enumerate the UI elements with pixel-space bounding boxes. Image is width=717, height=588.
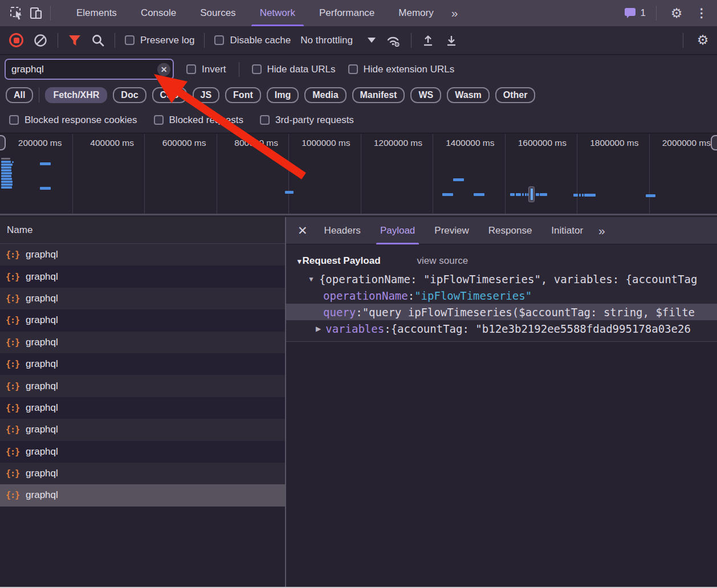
expander-triangle-icon[interactable]: ▶ bbox=[316, 325, 321, 333]
network-overview-timeline[interactable]: 200000 ms400000 ms600000 ms800000 ms1000… bbox=[0, 134, 717, 215]
filter-chip-js[interactable]: JS bbox=[193, 87, 220, 103]
timeline-gridline bbox=[577, 134, 577, 214]
more-panels-icon[interactable]: » bbox=[446, 6, 463, 20]
settings-icon[interactable]: ⚙ bbox=[667, 3, 686, 23]
filter-chip-all[interactable]: All bbox=[6, 87, 33, 103]
xhr-json-icon: {:} bbox=[6, 315, 19, 325]
filter-chip-font[interactable]: Font bbox=[225, 87, 261, 103]
filter-icon[interactable] bbox=[68, 34, 82, 47]
device-toolbar-icon[interactable] bbox=[26, 3, 46, 23]
request-row[interactable]: {:}graphql bbox=[0, 419, 285, 440]
checkbox[interactable] bbox=[125, 35, 135, 45]
devtools-tabbar: ElementsConsoleSourcesNetworkPerformance… bbox=[0, 0, 717, 26]
close-icon[interactable]: ✕ bbox=[293, 224, 315, 238]
checkbox[interactable] bbox=[348, 64, 358, 74]
throttling-dropdown[interactable]: No throttling bbox=[300, 35, 376, 46]
filter-chip-ws[interactable]: WS bbox=[410, 87, 441, 103]
tab-network[interactable]: Network bbox=[248, 0, 307, 26]
timeline-gridline bbox=[433, 134, 433, 214]
checkbox[interactable] bbox=[154, 115, 164, 125]
filter-chip-manifest[interactable]: Manifest bbox=[352, 87, 405, 103]
waterfall-bar bbox=[442, 193, 453, 196]
filter-chip-media[interactable]: Media bbox=[304, 87, 346, 103]
payload-line[interactable]: operationName: "ipFlowTimeseries" bbox=[286, 287, 717, 304]
payload-line[interactable]: ▶variables: {accountTag: "b12e3b2192ee55… bbox=[286, 320, 717, 337]
request-row[interactable]: {:}graphql bbox=[0, 441, 285, 463]
console-messages-button[interactable]: 1 bbox=[624, 7, 646, 19]
detail-tab-response[interactable]: Response bbox=[479, 217, 542, 244]
filter-chip-fetch-xhr[interactable]: Fetch/XHR bbox=[45, 87, 107, 103]
tab-memory[interactable]: Memory bbox=[386, 0, 445, 26]
detail-tab-initiator[interactable]: Initiator bbox=[541, 217, 593, 244]
tab-console[interactable]: Console bbox=[129, 0, 188, 26]
tab-sources[interactable]: Sources bbox=[188, 0, 247, 26]
request-row[interactable]: {:}graphql bbox=[0, 244, 285, 266]
timeline-tick-label: 600000 ms bbox=[144, 138, 217, 149]
filter-input[interactable] bbox=[5, 59, 174, 80]
waterfall-bar bbox=[1, 169, 11, 172]
filter-chip-wasm[interactable]: Wasm bbox=[447, 87, 490, 103]
detail-tab-preview[interactable]: Preview bbox=[425, 217, 478, 244]
tab-performance[interactable]: Performance bbox=[307, 0, 386, 26]
name-column-header[interactable]: Name bbox=[0, 217, 285, 244]
payload-line[interactable]: ▼{operationName: "ipFlowTimeseries", var… bbox=[286, 271, 717, 287]
export-har-icon[interactable] bbox=[445, 34, 458, 47]
request-row[interactable]: {:}graphql bbox=[0, 463, 285, 484]
xhr-json-icon: {:} bbox=[6, 447, 19, 457]
timeline-tick-label: 1800000 ms bbox=[577, 138, 649, 149]
tab-elements[interactable]: Elements bbox=[64, 0, 129, 26]
clear-network-log-button[interactable] bbox=[33, 33, 48, 48]
waterfall-bar bbox=[1, 183, 13, 186]
network-settings-icon[interactable]: ⚙ bbox=[693, 31, 712, 50]
view-source-link[interactable]: view source bbox=[417, 255, 469, 267]
preserve-log-checkbox[interactable]: Preserve log bbox=[125, 35, 194, 46]
more-detail-tabs-icon[interactable]: » bbox=[593, 224, 610, 238]
blocked-requests-checkbox[interactable]: Blocked requests bbox=[154, 115, 243, 126]
hide-extension-urls-checkbox[interactable]: Hide extension URLs bbox=[348, 64, 455, 75]
request-row[interactable]: {:}graphql bbox=[0, 484, 285, 506]
request-row[interactable]: {:}graphql bbox=[0, 375, 285, 397]
expander-triangle-icon[interactable]: ▼ bbox=[308, 275, 315, 283]
checkbox[interactable] bbox=[214, 35, 224, 45]
timeline-tick-label: 1000000 ms bbox=[288, 138, 361, 149]
waterfall-bar bbox=[646, 194, 655, 197]
payload-line[interactable]: query: "query ipFlowTimeseries($accountT… bbox=[286, 304, 717, 320]
request-row[interactable]: {:}graphql bbox=[0, 266, 285, 287]
checkbox[interactable] bbox=[9, 115, 19, 125]
more-options-icon[interactable]: ⋮ bbox=[692, 3, 711, 23]
3rd-party-requests-checkbox[interactable]: 3rd-party requests bbox=[260, 115, 354, 126]
waterfall-bar bbox=[536, 193, 539, 196]
hide-data-urls-checkbox[interactable]: Hide data URLs bbox=[252, 64, 336, 75]
disable-cache-checkbox[interactable]: Disable cache bbox=[214, 35, 291, 46]
filter-chip-other[interactable]: Other bbox=[495, 87, 536, 103]
invert-checkbox[interactable]: Invert bbox=[186, 64, 226, 75]
request-row[interactable]: {:}graphql bbox=[0, 332, 285, 353]
request-name: graphql bbox=[26, 381, 58, 392]
inspect-element-icon[interactable] bbox=[7, 3, 26, 23]
network-conditions-icon[interactable] bbox=[385, 34, 401, 47]
request-row[interactable]: {:}graphql bbox=[0, 288, 285, 309]
filter-chip-img[interactable]: Img bbox=[267, 87, 299, 103]
filter-chip-doc[interactable]: Doc bbox=[113, 87, 146, 103]
filter-chip-css[interactable]: CSS bbox=[152, 87, 187, 103]
checkbox[interactable] bbox=[186, 64, 196, 74]
waterfall-bar bbox=[1, 172, 12, 174]
detail-tab-payload[interactable]: Payload bbox=[370, 217, 425, 244]
panel-tabs: ElementsConsoleSourcesNetworkPerformance… bbox=[64, 0, 446, 26]
request-payload-title[interactable]: ▾ Request Payload bbox=[298, 255, 381, 267]
waterfall-bar bbox=[453, 178, 464, 181]
import-har-icon[interactable] bbox=[421, 34, 435, 47]
detail-tab-headers[interactable]: Headers bbox=[315, 217, 370, 244]
waterfall-bar bbox=[1, 186, 12, 189]
checkbox[interactable] bbox=[260, 115, 270, 125]
request-row[interactable]: {:}graphql bbox=[0, 397, 285, 419]
divider bbox=[115, 33, 115, 48]
clear-filter-icon[interactable]: ✕ bbox=[157, 63, 170, 76]
request-row[interactable]: {:}graphql bbox=[0, 309, 285, 331]
hide-data-urls-label: Hide data URLs bbox=[267, 64, 336, 75]
blocked-response-cookies-checkbox[interactable]: Blocked response cookies bbox=[9, 115, 137, 126]
checkbox[interactable] bbox=[252, 64, 262, 74]
record-network-log-button[interactable] bbox=[9, 33, 23, 47]
request-row[interactable]: {:}graphql bbox=[0, 353, 285, 375]
search-icon[interactable] bbox=[91, 34, 105, 47]
